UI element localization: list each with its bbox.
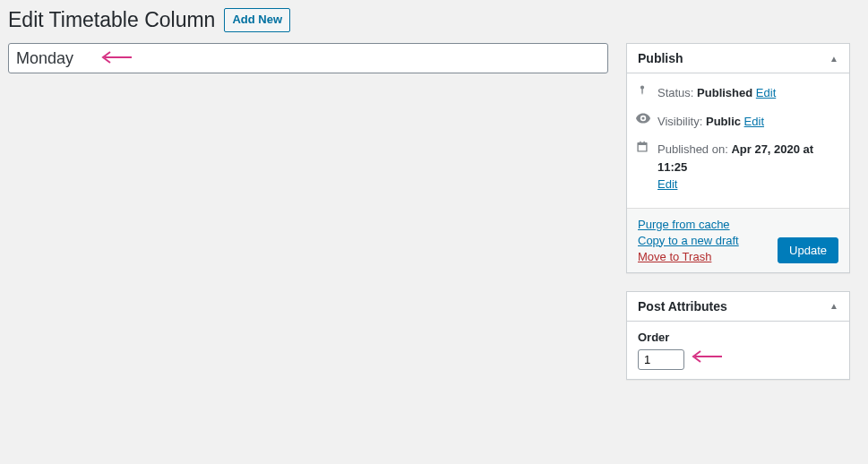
status-edit-link[interactable]: Edit xyxy=(756,86,776,99)
eye-icon xyxy=(636,113,650,124)
visibility-edit-link[interactable]: Edit xyxy=(744,115,764,128)
post-title-input[interactable] xyxy=(8,43,608,73)
publish-box: Publish ▲ Status: Published Edit xyxy=(626,43,850,273)
visibility-value: Public xyxy=(706,115,741,128)
pin-icon xyxy=(636,84,650,97)
published-edit-link[interactable]: Edit xyxy=(657,177,677,191)
publish-box-header[interactable]: Publish ▲ xyxy=(627,44,849,73)
post-attributes-title: Post Attributes xyxy=(638,299,727,314)
collapse-icon: ▲ xyxy=(829,301,838,311)
published-label: Published on: xyxy=(657,142,728,156)
calendar-icon xyxy=(636,141,650,153)
add-new-button[interactable]: Add New xyxy=(224,8,290,32)
post-attributes-header[interactable]: Post Attributes ▲ xyxy=(627,292,849,322)
order-label: Order xyxy=(638,331,838,344)
copy-draft-link[interactable]: Copy to a new draft xyxy=(638,234,739,247)
order-input[interactable] xyxy=(638,349,684,370)
update-button[interactable]: Update xyxy=(778,237,838,263)
purge-cache-link[interactable]: Purge from cache xyxy=(638,218,739,231)
status-value: Published xyxy=(697,86,752,99)
collapse-icon: ▲ xyxy=(829,54,838,64)
status-label: Status: xyxy=(657,86,693,99)
visibility-label: Visibility: xyxy=(657,115,702,128)
page-title: Edit Timetable Column xyxy=(8,8,215,32)
move-to-trash-link[interactable]: Move to Trash xyxy=(638,250,739,263)
publish-box-title: Publish xyxy=(638,51,683,65)
annotation-arrow-order xyxy=(688,347,724,366)
post-attributes-box: Post Attributes ▲ Order xyxy=(626,291,850,380)
